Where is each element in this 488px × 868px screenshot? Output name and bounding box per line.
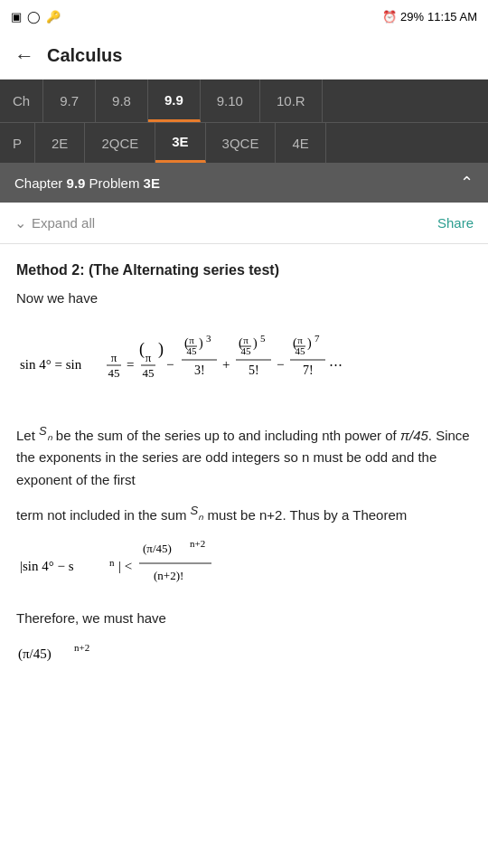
problem-tab-3e[interactable]: 3E	[155, 123, 205, 163]
svg-text:|sin 4° − s: |sin 4° − s	[20, 559, 74, 573]
svg-text:): )	[158, 340, 164, 359]
toolbar-row: ⌄ Expand all Share	[0, 203, 488, 244]
circle-icon: ◯	[27, 10, 41, 24]
body-text-2: term not included in the sum Sₙ must be …	[16, 501, 472, 527]
svg-text:π: π	[111, 351, 117, 364]
pi-expr: (π/45) n+2	[16, 638, 472, 675]
chapter-label: Ch	[0, 80, 43, 122]
svg-text:45: 45	[108, 366, 120, 380]
chevron-down-icon: ⌄	[14, 214, 26, 231]
svg-text:n+2: n+2	[190, 538, 205, 549]
battery-text: 29%	[400, 10, 424, 24]
svg-text:+: +	[222, 357, 230, 372]
svg-text:−: −	[166, 357, 174, 372]
chapter-tab-9-8[interactable]: 9.8	[96, 80, 148, 122]
section-header: Chapter 9.9 Problem 3E ⌃	[0, 163, 488, 203]
expand-all-button[interactable]: ⌄ Expand all	[14, 214, 95, 231]
key-icon: 🔑	[46, 10, 61, 24]
section-title: Chapter 9.9 Problem 3E	[14, 175, 160, 191]
sim-icon: ▣	[11, 10, 22, 24]
inequality-formula: |sin 4° − s n | < (π/45) n+2 (n+2)!	[16, 536, 472, 597]
alarm-icon: ⏰	[382, 10, 397, 24]
svg-text:π: π	[297, 335, 303, 345]
svg-text:⋯: ⋯	[329, 357, 343, 372]
pi-expr-svg: (π/45) n+2	[16, 638, 125, 667]
svg-text:sin 4° = sin: sin 4° = sin	[20, 357, 82, 372]
svg-text:=: =	[127, 357, 134, 372]
svg-text:−: −	[277, 357, 284, 372]
inequality-svg: |sin 4° − s n | < (π/45) n+2 (n+2)!	[16, 536, 305, 590]
problem-tab-2e[interactable]: 2E	[35, 123, 85, 163]
svg-text:π: π	[189, 335, 194, 345]
page-title: Calculus	[47, 45, 122, 66]
svg-text:π: π	[145, 351, 152, 364]
svg-text:7: 7	[314, 333, 320, 344]
problem-tabs: P 2E 2QCE 3E 3QCE 4E	[0, 123, 488, 163]
status-bar: ▣ ◯ 🔑 ⏰ 29% 11:15 AM	[0, 0, 488, 33]
problem-label: P	[0, 123, 35, 163]
chapter-tab-10-r[interactable]: 10.R	[260, 80, 323, 122]
svg-text:n: n	[109, 557, 115, 568]
main-formula: sin 4° = sin π 45 = ( π 45 ) − ( π 45 ) …	[16, 320, 472, 407]
svg-text:3!: 3!	[194, 363, 205, 377]
svg-text:45: 45	[187, 345, 198, 356]
svg-text:5!: 5!	[249, 363, 259, 377]
series-formula-svg: sin 4° = sin π 45 = ( π 45 ) − ( π 45 ) …	[16, 327, 472, 400]
therefore-text: Therefore, we must have	[16, 608, 472, 630]
svg-text:7!: 7!	[303, 363, 314, 377]
problem-tab-4e[interactable]: 4E	[276, 123, 325, 163]
share-button[interactable]: Share	[437, 215, 474, 231]
chapter-tab-9-10[interactable]: 9.10	[201, 80, 260, 122]
top-nav: ← Calculus	[0, 33, 488, 80]
svg-text:(π/45): (π/45)	[18, 646, 52, 662]
now-we-have: Now we have	[16, 288, 472, 309]
svg-text:π: π	[243, 335, 249, 345]
content-area: Method 2: (The Alternating series test) …	[0, 244, 488, 705]
status-right: ⏰ 29% 11:15 AM	[382, 10, 477, 24]
svg-text:3: 3	[206, 333, 211, 344]
problem-tab-3qce[interactable]: 3QCE	[206, 123, 277, 163]
svg-text:45: 45	[296, 345, 306, 356]
svg-text:): )	[253, 336, 258, 351]
back-button[interactable]: ←	[14, 44, 34, 68]
svg-text:(n+2)!: (n+2)!	[154, 569, 183, 582]
chevron-up-icon[interactable]: ⌃	[460, 173, 474, 193]
expand-all-label: Expand all	[32, 215, 95, 231]
method-title: Method 2: (The Alternating series test)	[16, 259, 472, 282]
svg-text:): )	[199, 336, 203, 351]
svg-text:45: 45	[143, 366, 155, 380]
body-text-1: Let Sₙ be the sum of the series up to an…	[16, 421, 472, 492]
problem-tab-2qce[interactable]: 2QCE	[85, 123, 155, 163]
svg-text:45: 45	[241, 345, 252, 356]
svg-text:n+2: n+2	[74, 642, 89, 653]
svg-text:): )	[307, 336, 312, 351]
status-icons: ▣ ◯ 🔑	[11, 10, 61, 24]
chapter-tab-9-9[interactable]: 9.9	[148, 80, 201, 122]
svg-text:5: 5	[260, 333, 266, 344]
chapter-tab-9-7[interactable]: 9.7	[43, 80, 96, 122]
svg-text:| <: | <	[118, 559, 132, 573]
chapter-tabs: Ch 9.7 9.8 9.9 9.10 10.R	[0, 80, 488, 123]
svg-text:(: (	[139, 340, 145, 359]
time-text: 11:15 AM	[427, 10, 477, 24]
svg-text:(π/45): (π/45)	[143, 542, 172, 555]
